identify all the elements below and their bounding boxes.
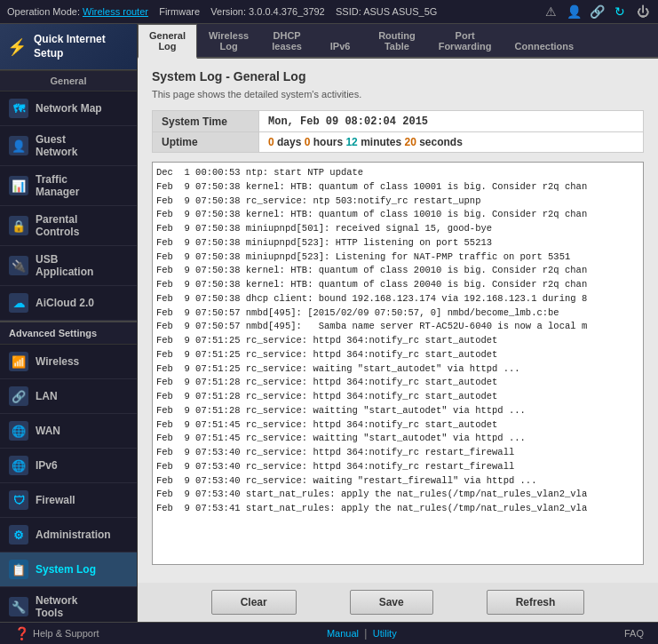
administration-icon: ⚙ [9,525,28,545]
uptime-seconds-num: 20 [404,136,416,148]
quick-setup-icon: ⚡ [7,37,27,57]
version-value: 3.0.0.4.376_3792 [249,6,325,17]
sidebar-item-wan[interactable]: 🌐 WAN [0,414,137,449]
tab-general-log[interactable]: GeneralLog [138,24,197,59]
network-tools-icon: 🔧 [9,597,28,616]
wan-label: WAN [36,425,60,437]
operation-mode-value: Wireless router [83,6,148,17]
sidebar-item-network-map[interactable]: 🗺 Network Map [0,91,137,126]
tab-ipv6[interactable]: IPv6 [313,35,367,57]
firmware-label: Firmware [159,6,200,17]
uptime-days-num: 0 [268,136,274,148]
network-map-icon: 🗺 [9,99,28,118]
tab-routing-table[interactable]: RoutingTable [367,24,427,57]
refresh-top-icon[interactable]: ↻ [612,4,628,20]
uptime-hours-num: 0 [305,136,311,148]
footer-help: ❓ Help & Support [14,626,99,640]
tab-wireless-log[interactable]: WirelessLog [197,24,260,57]
traffic-manager-label: TrafficManager [36,173,79,198]
faq-link[interactable]: FAQ [624,628,644,639]
content-body: System Log - General Log This page shows… [138,59,658,583]
sidebar-item-lan[interactable]: 🔗 LAN [0,379,137,414]
system-time-display: Mon, Feb 09 08:02:04 2015 [268,115,428,128]
sidebar-item-firewall[interactable]: 🛡 Firewall [0,483,137,518]
user-icon[interactable]: 👤 [566,4,582,20]
uptime-minutes-num: 12 [345,136,357,148]
version-label: Version: [210,6,246,17]
clear-button[interactable]: Clear [211,590,297,615]
traffic-manager-icon: 📊 [9,176,28,195]
tab-bar: GeneralLog WirelessLog DHCPleases IPv6 R… [138,24,658,59]
utility-link[interactable]: Utility [373,628,397,639]
tab-port-forwarding[interactable]: PortForwarding [427,24,503,57]
uptime-value: 0 days 0 hours 12 minutes 20 seconds [259,132,644,153]
administration-label: Administration [36,529,111,541]
page-title: System Log - General Log [152,69,644,83]
sidebar-item-administration[interactable]: ⚙ Administration [0,518,137,553]
sidebar-item-system-log[interactable]: 📋 System Log [0,553,137,587]
system-time-value: Mon, Feb 09 08:02:04 2015 [259,111,644,132]
ssid-label: SSID: [336,6,361,17]
system-time-label: System Time [153,111,259,132]
network-tools-label: NetworkTools [36,594,77,619]
quick-setup-label: Quick Internet Setup [34,33,130,60]
uptime-minutes-label: minutes [361,136,404,148]
aicloud-icon: ☁ [9,293,28,313]
main-layout: ⚡ Quick Internet Setup General 🗺 Network… [0,24,658,622]
guest-network-label: GuestNetwork [36,133,77,158]
wireless-icon: 📶 [9,352,28,371]
ipv6-icon: 🌐 [9,456,28,475]
lan-label: LAN [36,390,58,402]
aicloud-label: AiCloud 2.0 [36,297,94,309]
uptime-label: Uptime [153,132,259,153]
top-bar-info: Operation Mode: Wireless router Firmware… [7,6,437,17]
wireless-label: Wireless [36,355,79,368]
usb-application-label: USBApplication [36,253,93,278]
ipv6-label: IPv6 [36,459,58,472]
sidebar-item-guest-network[interactable]: 👤 GuestNetwork [0,126,137,166]
sidebar-item-traffic-manager[interactable]: 📊 TrafficManager [0,166,137,206]
top-bar: Operation Mode: Wireless router Firmware… [0,0,658,24]
uptime-days-label: days [277,136,305,148]
sidebar-item-wireless[interactable]: 📶 Wireless [0,345,137,379]
ssid-value: ASUS ASUS_5G [363,6,437,17]
guest-network-icon: 👤 [9,136,28,155]
tab-connections[interactable]: Connections [503,35,586,57]
link-separator: | [364,627,369,640]
info-table: System Time Mon, Feb 09 08:02:04 2015 Up… [152,110,644,153]
system-log-label: System Log [36,563,96,576]
firewall-label: Firewall [36,494,75,506]
uptime-hours-label: hours [313,136,346,148]
sidebar-item-aicloud[interactable]: ☁ AiCloud 2.0 [0,286,137,321]
footer: ❓ Help & Support Manual | Utility FAQ [0,622,658,644]
quick-setup-item[interactable]: ⚡ Quick Internet Setup [0,24,137,70]
sidebar-item-ipv6[interactable]: 🌐 IPv6 [0,449,137,483]
save-button[interactable]: Save [350,590,433,615]
sidebar-item-usb-application[interactable]: 🔌 USBApplication [0,246,137,286]
uptime-seconds-label: seconds [419,136,463,148]
advanced-settings-label: Advanced Settings [0,321,137,345]
parental-controls-icon: 🔒 [9,216,28,235]
log-container: Dec 1 00:00:53 ntp: start NTP update Feb… [152,162,644,565]
network-map-label: Network Map [36,102,102,115]
top-bar-icons: ⚠ 👤 🔗 ↻ ⏻ [543,4,651,20]
footer-links: Manual | Utility [327,627,397,640]
sidebar-item-network-tools[interactable]: 🔧 NetworkTools [0,587,137,622]
power-icon[interactable]: ⏻ [635,4,651,20]
sidebar: ⚡ Quick Internet Setup General 🗺 Network… [0,24,138,622]
operation-mode-label: Operation Mode: [7,6,80,17]
log-content[interactable]: Dec 1 00:00:53 ntp: start NTP update Feb… [153,163,643,564]
warning-icon[interactable]: ⚠ [543,4,559,20]
action-bar: Clear Save Refresh [138,583,658,622]
wan-icon: 🌐 [9,421,28,441]
tab-dhcp-leases[interactable]: DHCPleases [260,24,313,57]
refresh-button[interactable]: Refresh [487,590,585,615]
general-section-label: General [0,70,137,91]
footer-faq: FAQ [624,628,644,639]
manual-link[interactable]: Manual [327,628,359,639]
parental-controls-label: ParentalControls [36,213,79,238]
help-support-label: Help & Support [33,628,99,639]
sidebar-item-parental-controls[interactable]: 🔒 ParentalControls [0,206,137,246]
network-icon[interactable]: 🔗 [589,4,605,20]
firewall-icon: 🛡 [9,490,28,510]
